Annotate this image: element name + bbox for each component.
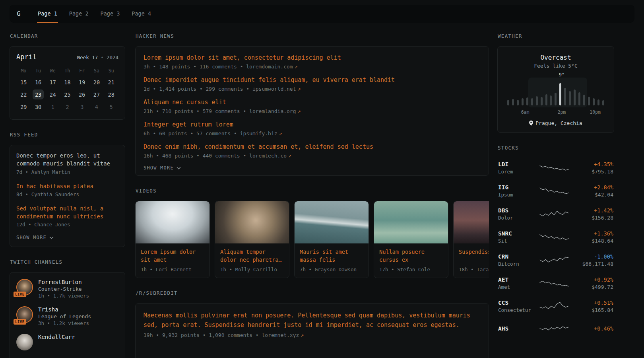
- calendar-day: 19: [75, 76, 89, 88]
- rss-item-title[interactable]: Donec tempor eros leo, ut commodo mauris…: [16, 152, 118, 168]
- video-card[interactable]: Aliquam tempor dolor nec pharetra… 1h • …: [215, 201, 289, 278]
- weather-condition: Overcast: [504, 54, 607, 61]
- hn-item-domain[interactable]: ipsumify.biz: [240, 130, 277, 136]
- channel-info: KendallCarr: [38, 334, 75, 340]
- location-pin-icon: [529, 121, 533, 126]
- hn-item-domain[interactable]: ipsumworld.net: [252, 86, 296, 92]
- calendar-day-number: 2: [62, 102, 73, 112]
- subreddit-post-domain[interactable]: loremnet.xyz: [262, 332, 299, 338]
- stocks-section-title: STOCKS: [498, 145, 614, 151]
- tab-label: Page 4: [132, 10, 151, 17]
- rss-card: Donec tempor eros leo, ut commodo mauris…: [10, 145, 125, 247]
- hn-item-title[interactable]: Integer eget rutrum lorem: [144, 121, 481, 129]
- stocks-list: LDI Lorem +4.35% $795.18 IIG Ipsum: [497, 156, 614, 339]
- live-badge: LIVE: [14, 319, 26, 325]
- stock-sparkline: [539, 323, 569, 335]
- calendar-day: 26: [75, 88, 89, 101]
- video-thumbnail: [215, 201, 289, 243]
- calendar-day: 17: [45, 76, 60, 88]
- twitch-channel[interactable]: KendallCarr: [16, 334, 118, 350]
- calendar-weekday: Mo: [16, 66, 31, 75]
- calendar-day: 16: [31, 76, 46, 88]
- weather-bar: [512, 99, 514, 105]
- stock-row[interactable]: AHS +0.46%: [497, 318, 614, 339]
- stock-values: -1.00% $66,171.48: [572, 253, 613, 267]
- calendar-day-number: 1: [47, 102, 58, 112]
- stock-row[interactable]: DBS Dolor +1.42% $156.28: [497, 202, 614, 226]
- twitch-channel[interactable]: LIVE Trisha League of Legends 3h • 1.2k …: [16, 306, 118, 326]
- hn-item-title[interactable]: Donec imperdiet augue tincidunt felis al…: [144, 76, 481, 84]
- stock-name: Sit: [498, 238, 536, 244]
- stock-price: $66,171.48: [572, 261, 613, 267]
- header-tab[interactable]: Page 2: [68, 5, 89, 23]
- twitch-section-title: TWITCH CHANNELS: [10, 259, 125, 265]
- stock-row[interactable]: CRN Bitcorn -1.00% $66,171.48: [497, 249, 614, 272]
- stock-change: +0.46%: [572, 325, 613, 332]
- stock-row[interactable]: CCS Consectetur +0.51% $165.84: [497, 295, 614, 318]
- header-tabs: Page 1 Page 2 Page 3 Page 4: [37, 5, 162, 23]
- video-card[interactable]: Lorem ipsum dolor sit amet consectetu… 1…: [135, 201, 210, 278]
- hn-item-stats: 3h • 148 points • 116 comments •: [144, 64, 246, 70]
- header-tab[interactable]: Page 4: [131, 5, 152, 23]
- weather-bar: [602, 100, 604, 105]
- stock-price: $148.64: [572, 238, 613, 244]
- calendar-day-number: 27: [91, 90, 102, 99]
- hn-item-domain[interactable]: loremlandia.org: [249, 108, 296, 114]
- hn-item-title[interactable]: Donec enim nibh, condimentum et accumsan…: [144, 143, 481, 151]
- calendar-day: 15: [16, 76, 31, 88]
- hn-item-stats: 16h • 468 points • 440 comments •: [144, 153, 249, 159]
- stock-values: +0.51% $165.84: [572, 300, 613, 313]
- stock-symbol: LDI: [498, 161, 536, 167]
- stock-row[interactable]: AET Amet +0.92% $499.72: [497, 272, 614, 295]
- stock-row[interactable]: LDI Lorem +4.35% $795.18: [497, 156, 614, 179]
- avatar: [16, 334, 33, 350]
- calendar-day-number: 18: [62, 77, 73, 87]
- stock-sparkline: [539, 277, 569, 289]
- calendar-day-number: 26: [76, 90, 87, 99]
- stock-symbol: AET: [498, 276, 536, 283]
- weather-section-title: WEATHER: [498, 33, 614, 39]
- weather-bar: [559, 83, 561, 105]
- rss-item-title[interactable]: In hac habitasse platea: [16, 182, 118, 190]
- hn-item-domain[interactable]: loremdomain.com: [246, 64, 293, 70]
- stock-sparkline: [539, 254, 569, 266]
- external-link-icon: ↗: [298, 108, 301, 114]
- video-card[interactable]: Mauris sit amet massa felis 7h • Grayson…: [294, 201, 369, 278]
- avatar: LIVE: [16, 306, 33, 323]
- rss-item-title[interactable]: Sed volutpat nulla nisl, a condimentum n…: [16, 204, 118, 221]
- video-card[interactable]: Nullam posuere cursus ex 17h • Stefan Co…: [374, 201, 448, 278]
- video-meta: 18h • Tara: [459, 267, 489, 272]
- weather-bar: [564, 88, 566, 105]
- rss-section-title: RSS FEED: [10, 132, 125, 138]
- video-thumbnail: [454, 201, 489, 243]
- subreddit-post-meta: 19h • 9,932 points • 1,090 comments • lo…: [144, 332, 481, 338]
- stock-symbol: SNRC: [498, 230, 536, 237]
- header-tab[interactable]: Page 1: [37, 5, 58, 23]
- hn-item-title[interactable]: Aliquam nec cursus elit: [144, 98, 481, 107]
- weather-widget: WEATHER Overcast Feels like 5°C 9° 6am2p…: [497, 33, 614, 133]
- header-tab[interactable]: Page 3: [100, 5, 121, 23]
- stock-identity: DBS Dolor: [498, 207, 536, 221]
- rss-show-more-button[interactable]: SHOW MORE: [16, 235, 54, 240]
- calendar-day: 20: [89, 76, 104, 88]
- stock-row[interactable]: SNRC Sit +1.36% $148.64: [497, 226, 614, 249]
- hacker-news-section-title: HACKER NEWS: [136, 33, 489, 39]
- video-card[interactable]: Suspendisse diam 18h • Tara: [453, 201, 489, 278]
- chevron-down-icon: [177, 167, 181, 169]
- hn-item-domain[interactable]: loremtech.co: [249, 153, 287, 159]
- logo[interactable]: G: [10, 5, 28, 23]
- hn-item-stats: 1d • 1,414 points • 299 comments •: [144, 86, 252, 92]
- subreddit-widget: /R/SUBREDDIT Maecenas mollis pulvinar er…: [135, 290, 489, 358]
- hn-item-title[interactable]: Lorem ipsum dolor sit amet, consectetur …: [144, 54, 481, 62]
- weather-bar: [555, 93, 557, 105]
- twitch-channel[interactable]: LIVE ForrestBurton Counter-Strike 1h • 1…: [16, 279, 118, 299]
- stock-row[interactable]: IIG Ipsum +2.84% $42.04: [497, 179, 614, 202]
- channel-info: ForrestBurton Counter-Strike 1h • 1.7k v…: [38, 279, 89, 299]
- stock-symbol: AHS: [498, 325, 536, 332]
- weather-bar: [531, 98, 533, 105]
- subreddit-post-title[interactable]: Maecenas mollis pulvinar erat non posuer…: [144, 311, 481, 330]
- hn-show-more-button[interactable]: SHOW MORE: [144, 165, 181, 171]
- channel-name: KendallCarr: [38, 334, 75, 340]
- calendar-week: Week 17: [77, 54, 98, 60]
- hn-item-stats: 6h • 60 points • 57 comments •: [144, 130, 240, 136]
